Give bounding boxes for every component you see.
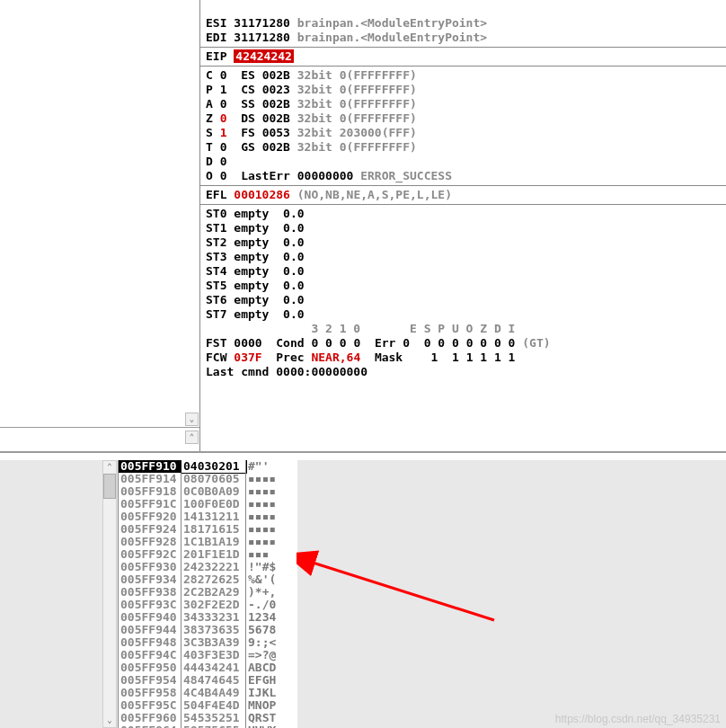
dump-row[interactable]: 005FF93024232221!"#$ (119, 561, 297, 573)
dump-row[interactable]: 005FF9382C2B2A29)*+, (119, 586, 297, 599)
registers-pane[interactable]: ESI 31171280 brainpan.<ModuleEntryPoint>… (199, 0, 725, 451)
dump-ascii: UVWX (246, 724, 286, 728)
efl-val: 00010286 (234, 188, 290, 201)
dump-ascii: ▪▪▪▪ (246, 485, 286, 498)
dump-row[interactable]: 005FF96054535251QRST (119, 712, 297, 724)
dump-hex: 100F0E0D (182, 498, 246, 510)
dump-row[interactable]: 005FF92C201F1E1D▪▪▪ (119, 548, 297, 561)
dump-hex: 44434241 (182, 661, 246, 674)
dump-addr: 005FF920 (119, 510, 182, 523)
scroll-thumb[interactable] (103, 474, 116, 499)
dump-addr: 005FF958 (119, 687, 182, 699)
dump-ascii: ▪▪▪▪ (246, 523, 286, 536)
seg-rows: C 0 ES 002B 32bit 0(FFFFFFFF) P 1 CS 002… (206, 68, 417, 154)
scroll-up-icon[interactable]: ⌃ (185, 431, 199, 444)
dump-hex: 54535251 (182, 712, 246, 724)
dump-addr: 005FF94C (119, 649, 182, 661)
dump-ascii: QRST (246, 712, 286, 724)
dump-row[interactable]: 005FF92418171615▪▪▪▪ (119, 523, 297, 536)
dump-row[interactable]: 005FF94C403F3E3D=>?@ (119, 649, 297, 661)
dump-hex: 18171615 (182, 523, 246, 536)
scroll-down-icon[interactable]: ⌄ (103, 715, 116, 727)
dump-hex: 3C3B3A39 (182, 636, 246, 649)
separator (200, 47, 726, 48)
dump-ascii: =>?@ (246, 649, 286, 661)
reg-edi-sym: brainpan.<ModuleEntryPoint> (297, 31, 487, 44)
lasterr-text: ERROR_SUCCESS (360, 169, 452, 182)
dump-ascii: IJKL (246, 687, 286, 699)
svg-line-0 (310, 562, 494, 620)
dump-row[interactable]: 005FF9180C0B0A09▪▪▪▪ (119, 485, 297, 498)
dump-ascii: ▪▪▪▪ (246, 498, 286, 510)
reg-esi-val: 31171280 (234, 16, 290, 30)
reg-esi-label: ESI (206, 16, 226, 30)
dump-row[interactable]: 005FF95448474645EFGH (119, 674, 297, 687)
dump-row[interactable]: 005FF96458575655UVWX (119, 724, 297, 728)
dump-row[interactable]: 005FF9281C1B1A19▪▪▪▪ (119, 536, 297, 548)
efl-flags: (NO,NB,NE,A,S,PE,L,LE) (297, 188, 452, 201)
annotation-arrow-icon (297, 548, 503, 629)
dump-addr: 005FF964 (119, 724, 182, 728)
efl-label: EFL (206, 188, 226, 201)
dump-ascii: #"' (246, 460, 286, 473)
dump-addr: 005FF948 (119, 636, 182, 649)
dump-hex: 302F2E2D (182, 599, 246, 611)
dump-addr: 005FF940 (119, 611, 182, 624)
dump-addr: 005FF950 (119, 661, 182, 674)
stack-dump-pane[interactable]: 005FF91004030201#"'005FF91408070605▪▪▪▪0… (118, 460, 297, 728)
dump-hex: 24232221 (182, 561, 246, 573)
dump-hex: 48474645 (182, 674, 246, 687)
reg-edi-label: EDI (206, 31, 226, 44)
dump-row[interactable]: 005FF92014131211▪▪▪▪ (119, 510, 297, 523)
reg-eip-val[interactable]: 42424242 (234, 49, 294, 63)
dump-hex: 403F3E3D (182, 649, 246, 661)
dump-row[interactable]: 005FF93428272625%&'( (119, 573, 297, 586)
dump-row[interactable]: 005FF91004030201#"' (119, 460, 297, 473)
dump-ascii: -./0 (246, 599, 286, 611)
dump-addr: 005FF954 (119, 674, 182, 687)
pane-divider[interactable] (0, 451, 726, 453)
dump-hex: 201F1E1D (182, 548, 246, 561)
dump-row[interactable]: 005FF91C100F0E0D▪▪▪▪ (119, 498, 297, 510)
dump-row[interactable]: 005FF95044434241ABCD (119, 661, 297, 674)
dump-hex: 34333231 (182, 611, 246, 624)
dump-ascii: ▪▪▪▪ (246, 536, 286, 548)
dump-row[interactable]: 005FF944383736355678 (119, 624, 297, 636)
dump-addr: 005FF918 (119, 485, 182, 498)
dump-scrollbar[interactable]: ⌃ ⌄ (102, 460, 117, 728)
dump-row[interactable]: 005FF940343332311234 (119, 611, 297, 624)
dump-addr: 005FF91C (119, 498, 182, 510)
pane-divider[interactable] (0, 427, 199, 428)
dump-addr: 005FF924 (119, 523, 182, 536)
dump-row[interactable]: 005FF95C504F4E4DMNOP (119, 699, 297, 712)
scroll-up-icon[interactable]: ⌃ (103, 461, 116, 474)
separator (200, 204, 726, 205)
flag-d: D (206, 155, 213, 168)
dump-ascii: 5678 (246, 624, 286, 636)
dump-ascii: EFGH (246, 674, 286, 687)
dump-row[interactable]: 005FF93C302F2E2D-./0 (119, 599, 297, 611)
reg-edi-val: 31171280 (234, 31, 290, 44)
dump-hex: 1C1B1A19 (182, 536, 246, 548)
dump-ascii: !"#$ (246, 561, 286, 573)
dump-addr: 005FF934 (119, 573, 182, 586)
dump-hex: 4C4B4A49 (182, 687, 246, 699)
dump-ascii: ABCD (246, 661, 286, 674)
dump-hex: 04030201 (182, 460, 246, 473)
dump-row[interactable]: 005FF9584C4B4A49IJKL (119, 687, 297, 699)
dump-ascii: )*+, (246, 586, 286, 599)
separator (200, 66, 726, 67)
fpu-hdr: 3 2 1 0 E S P U O Z D I (206, 322, 515, 335)
dump-hex: 58575655 (182, 724, 246, 728)
dump-row[interactable]: 005FF91408070605▪▪▪▪ (119, 473, 297, 485)
dump-addr: 005FF928 (119, 536, 182, 548)
dump-row[interactable]: 005FF9483C3B3A399:;< (119, 636, 297, 649)
reg-esi-sym: brainpan.<ModuleEntryPoint> (297, 16, 487, 30)
reg-eip-label: EIP (206, 49, 226, 63)
scroll-down-icon[interactable]: ⌄ (185, 413, 199, 426)
dump-ascii: 1234 (246, 611, 286, 624)
dump-addr: 005FF93C (119, 599, 182, 611)
dump-addr: 005FF95C (119, 699, 182, 712)
dump-ascii: ▪▪▪ (246, 548, 286, 561)
dump-hex: 14131211 (182, 510, 246, 523)
